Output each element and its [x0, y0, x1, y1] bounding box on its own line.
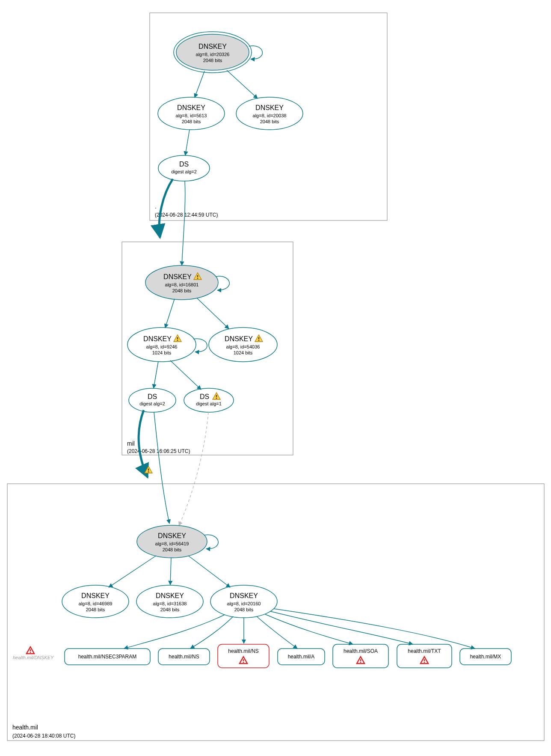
node-mil-ds1[interactable]: DS digest alg=2 [129, 388, 176, 412]
edge-z3-ns1 [190, 616, 233, 649]
edge-delegation-root-mil [159, 179, 173, 238]
node-mil-zsk2[interactable]: DNSKEY alg=8, id=54036 1024 bits [209, 327, 277, 362]
svg-text:DNSKEY: DNSKEY [198, 43, 227, 50]
svg-text:1024 bits: 1024 bits [234, 350, 253, 355]
edge-rootksk-zsk1 [195, 71, 204, 98]
svg-text:DNSKEY: DNSKEY [158, 532, 186, 539]
node-root-ds[interactable]: DS digest alg=2 [158, 155, 210, 181]
node-root-zsk2[interactable]: DNSKEY alg=8, id=20038 2048 bits [236, 97, 303, 130]
node-mil-ksk[interactable]: DNSKEY alg=8, id=16801 2048 bits [145, 265, 218, 300]
edge-rootksk-zsk2 [227, 70, 258, 98]
zone-health-ts: (2024-06-28 18:40:08 UTC) [12, 733, 75, 739]
edge-hksk-z1 [109, 556, 156, 587]
rrset-nsec3param[interactable]: health.mil/NSEC3PARAM [65, 649, 150, 665]
rrset-ns2[interactable]: health.mil/NS [218, 644, 269, 668]
node-health-ksk[interactable]: DNSKEY alg=8, id=56419 2048 bits [137, 525, 207, 558]
svg-text:alg=8, id=9246: alg=8, id=9246 [146, 344, 178, 349]
edge-delegation-mil-health [139, 410, 148, 477]
zone-root-name: . [155, 203, 157, 210]
svg-text:alg=8, id=20038: alg=8, id=20038 [253, 113, 287, 118]
svg-text:alg=8, id=20160: alg=8, id=20160 [227, 601, 261, 606]
zone-health-name: health.mil [12, 724, 38, 731]
edge-milzsk1-ds1 [154, 361, 158, 388]
svg-text:DS: DS [148, 393, 157, 400]
svg-text:health.mil/DNSKEY: health.mil/DNSKEY [13, 655, 54, 660]
edge-milksk-zsk2 [197, 298, 229, 329]
edge-hksk-z2 [170, 558, 171, 585]
svg-text:alg=8, id=16801: alg=8, id=16801 [165, 282, 199, 287]
dnssec-graph: . (2024-06-28 12:44:59 UTC) DNSKEY alg=8… [0, 0, 551, 756]
svg-text:health.mil/NS: health.mil/NS [228, 648, 258, 654]
svg-text:health.mil/TXT: health.mil/TXT [408, 648, 441, 654]
rrset-ns1[interactable]: health.mil/NS [158, 649, 210, 665]
warning-icon [145, 466, 152, 473]
rrset-txt[interactable]: health.mil/TXT [397, 644, 452, 668]
svg-text:health.mil/SOA: health.mil/SOA [344, 648, 378, 654]
node-root-ksk[interactable]: DNSKEY alg=8, id=20326 2048 bits [174, 32, 252, 73]
svg-text:DNSKEY: DNSKEY [81, 592, 110, 599]
edge-z3-txt [270, 611, 413, 644]
node-root-zsk1[interactable]: DNSKEY alg=8, id=5613 2048 bits [158, 97, 225, 130]
svg-text:alg=8, id=46989: alg=8, id=46989 [79, 601, 113, 606]
node-health-z2[interactable]: DNSKEY alg=8, id=31638 2048 bits [136, 585, 203, 618]
svg-text:health.mil/NSEC3PARAM: health.mil/NSEC3PARAM [78, 654, 137, 660]
svg-text:alg=8, id=54036: alg=8, id=54036 [226, 344, 260, 349]
edge-milksk-zsk1 [165, 299, 175, 328]
svg-text:2048 bits: 2048 bits [260, 119, 279, 124]
rrset-a[interactable]: health.mil/A [278, 649, 325, 665]
error-icon [27, 647, 34, 654]
edge-z3-a [257, 616, 297, 649]
edge-milds2-hksk-dashed [179, 412, 208, 526]
edge-rootds-milksk [182, 181, 185, 265]
svg-text:DNSKEY: DNSKEY [177, 104, 205, 111]
svg-text:2048 bits: 2048 bits [163, 547, 182, 552]
node-mil-ds2[interactable]: DS digest alg=1 [184, 388, 234, 412]
edge-z3-mx [274, 609, 475, 649]
node-mil-zsk1[interactable]: DNSKEY alg=8, id=9246 1024 bits [127, 327, 196, 362]
svg-text:DS: DS [200, 393, 209, 400]
edge-milzsk1-ds2 [170, 360, 201, 390]
svg-text:DNSKEY: DNSKEY [163, 273, 192, 280]
svg-text:digest alg=1: digest alg=1 [196, 401, 222, 406]
svg-text:health.mil/MX: health.mil/MX [470, 654, 501, 660]
svg-text:DNSKEY: DNSKEY [225, 335, 253, 342]
svg-point-17 [158, 155, 210, 181]
node-health-z3[interactable]: DNSKEY alg=8, id=20160 2048 bits [210, 585, 277, 618]
self-loop-root-ksk [249, 46, 262, 59]
svg-text:DNSKEY: DNSKEY [230, 592, 258, 599]
edge-milds1-hksk [154, 412, 169, 524]
svg-text:alg=8, id=31638: alg=8, id=31638 [153, 601, 187, 606]
svg-text:2048 bits: 2048 bits [86, 607, 105, 612]
svg-text:health.mil/A: health.mil/A [288, 654, 315, 660]
edge-rootzsk1-ds [185, 130, 190, 155]
rrset-soa[interactable]: health.mil/SOA [333, 644, 388, 668]
edge-hksk-z3 [188, 556, 230, 587]
svg-text:DNSKEY: DNSKEY [156, 592, 184, 599]
node-health-z1[interactable]: DNSKEY alg=8, id=46989 2048 bits [62, 585, 129, 618]
node-orphan-dnskey[interactable]: health.mil/DNSKEY [13, 647, 54, 660]
svg-text:alg=8, id=56419: alg=8, id=56419 [155, 541, 189, 546]
edge-z3-nsec3 [124, 615, 225, 649]
svg-text:digest alg=2: digest alg=2 [171, 169, 197, 174]
svg-text:2048 bits: 2048 bits [203, 58, 222, 63]
zone-root-ts: (2024-06-28 12:44:59 UTC) [155, 212, 218, 218]
svg-text:health.mil/NS: health.mil/NS [169, 654, 199, 660]
svg-text:2048 bits: 2048 bits [172, 288, 192, 293]
svg-text:2048 bits: 2048 bits [234, 607, 254, 612]
svg-text:DNSKEY: DNSKEY [255, 104, 284, 111]
svg-text:1024 bits: 1024 bits [152, 350, 172, 355]
svg-text:alg=8, id=5613: alg=8, id=5613 [176, 113, 207, 118]
svg-text:2048 bits: 2048 bits [182, 119, 201, 124]
svg-text:DS: DS [179, 161, 189, 168]
svg-text:DNSKEY: DNSKEY [143, 335, 172, 342]
svg-text:2048 bits: 2048 bits [160, 607, 180, 612]
rrset-mx[interactable]: health.mil/MX [460, 649, 511, 665]
svg-text:alg=8, id=20326: alg=8, id=20326 [196, 52, 230, 57]
zone-mil-name: mil [127, 440, 135, 447]
svg-text:digest alg=2: digest alg=2 [139, 401, 165, 406]
